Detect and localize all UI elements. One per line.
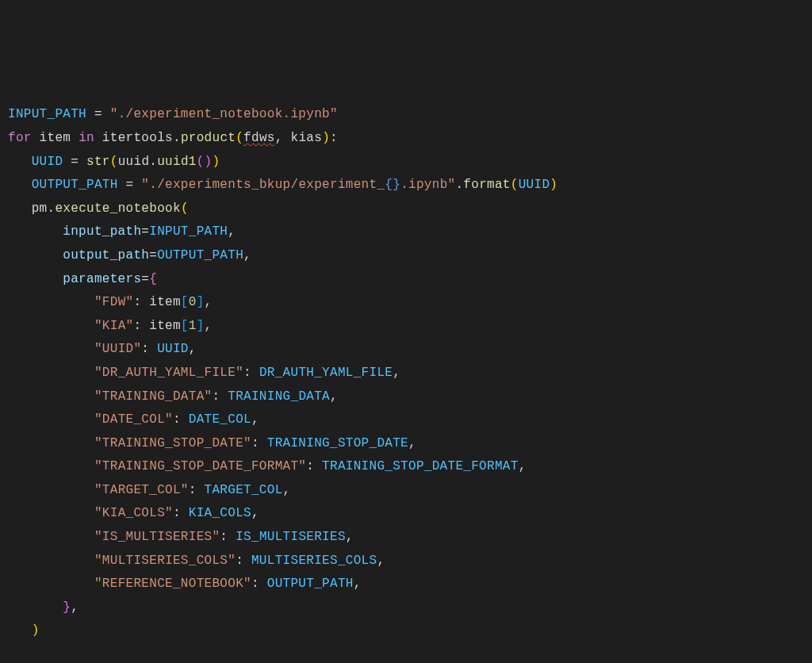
code-line-12: "DR_AUTH_YAML_FILE": DR_AUTH_YAML_FILE, — [8, 362, 804, 385]
keyword-in: in — [79, 131, 94, 145]
code-line-8: parameters={ — [8, 268, 804, 292]
function-call: uuid1 — [157, 155, 197, 169]
dict-key: "KIA" — [94, 319, 134, 333]
variable: INPUT_PATH — [8, 107, 86, 121]
method-format: format — [463, 178, 510, 192]
parameter: output_path — [63, 248, 149, 263]
code-line-22: }, — [8, 596, 804, 620]
dict-key: "UUID" — [94, 342, 141, 356]
dict-key: "TRAINING_DATA" — [94, 389, 213, 404]
code-line-6: input_path=INPUT_PATH, — [8, 220, 804, 244]
code-line-1: INPUT_PATH = "./experiment_notebook.ipyn… — [8, 103, 804, 127]
code-line-21: "REFERENCE_NOTEBOOK": OUTPUT_PATH, — [8, 573, 804, 596]
dict-key: "MULTISERIES_COLS" — [94, 554, 236, 568]
code-line-5: pm.execute_notebook( — [8, 197, 804, 221]
code-line-19: "IS_MULTISERIES": IS_MULTISERIES, — [8, 526, 804, 550]
function-call: execute_notebook — [55, 201, 180, 216]
dict-key: "DATE_COL" — [94, 412, 173, 427]
code-line-14: "DATE_COL": DATE_COL, — [8, 408, 804, 432]
code-editor[interactable]: INPUT_PATH = "./experiment_notebook.ipyn… — [8, 103, 804, 643]
code-line-3: UUID = str(uuid.uuid1()) — [8, 151, 804, 174]
code-line-2: for item in itertools.product(fdws, kias… — [8, 127, 804, 151]
string-literal: "./experiment_notebook.ipynb" — [110, 107, 338, 121]
code-line-4: OUTPUT_PATH = "./experiments_bkup/experi… — [8, 174, 804, 197]
parameter: parameters — [63, 272, 141, 286]
dict-key: "IS_MULTISERIES" — [94, 530, 220, 544]
code-line-17: "TARGET_COL": TARGET_COL, — [8, 479, 804, 503]
parameter: input_path — [63, 224, 141, 239]
code-line-11: "UUID": UUID, — [8, 338, 804, 362]
variable: UUID — [32, 155, 63, 169]
code-line-20: "MULTISERIES_COLS": MULTISERIES_COLS, — [8, 550, 804, 573]
dict-key: "KIA_COLS" — [94, 506, 173, 520]
code-line-15: "TRAINING_STOP_DATE": TRAINING_STOP_DATE… — [8, 432, 804, 456]
variable: OUTPUT_PATH — [32, 178, 118, 192]
dict-key: "TARGET_COL" — [94, 483, 189, 497]
keyword-for: for — [8, 131, 32, 145]
dict-key: "TRAINING_STOP_DATE" — [94, 436, 251, 450]
code-line-23: ) — [8, 619, 804, 643]
warning-underline: fdws — [243, 131, 275, 145]
dict-key: "FDW" — [94, 295, 134, 309]
code-line-10: "KIA": item[1], — [8, 315, 804, 339]
code-line-18: "KIA_COLS": KIA_COLS, — [8, 502, 804, 526]
code-line-13: "TRAINING_DATA": TRAINING_DATA, — [8, 385, 804, 409]
code-line-16: "TRAINING_STOP_DATE_FORMAT": TRAINING_ST… — [8, 455, 804, 479]
dict-key: "TRAINING_STOP_DATE_FORMAT" — [94, 459, 306, 473]
function-call: product — [181, 131, 236, 145]
code-line-9: "FDW": item[0], — [8, 291, 804, 315]
builtin-str: str — [86, 155, 110, 169]
code-line-7: output_path=OUTPUT_PATH, — [8, 244, 804, 268]
dict-key: "DR_AUTH_YAML_FILE" — [94, 366, 243, 380]
string-literal: "./experiments_bkup/experiment_ — [141, 178, 385, 192]
dict-key: "REFERENCE_NOTEBOOK" — [94, 577, 251, 591]
